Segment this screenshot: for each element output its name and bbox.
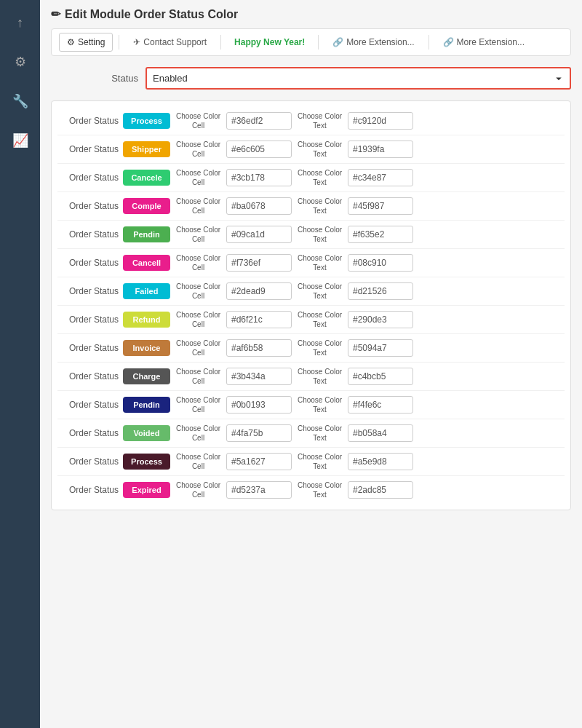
chart-icon[interactable]: 📈	[8, 128, 33, 153]
text-color-input[interactable]	[348, 254, 413, 272]
status-badge: Cancell	[123, 255, 170, 271]
table-row: Order Status Voided Choose Color Cell Ch…	[57, 419, 565, 448]
setting-icon: ⚙	[67, 37, 75, 47]
status-badge: Process	[123, 454, 170, 470]
tab-holiday[interactable]: Happy New Year!	[227, 33, 312, 51]
tab-separator-3	[318, 35, 319, 50]
main-content: ✏ Edit Module Order Status Color ⚙ Setti…	[40, 0, 582, 728]
order-status-label: Order Status	[60, 400, 119, 410]
choose-color-cell-btn[interactable]: Choose Color Cell	[175, 367, 222, 386]
table-row: Order Status Process Choose Color Cell C…	[57, 448, 565, 476]
table-row: Order Status Process Choose Color Cell C…	[57, 107, 565, 135]
cell-color-input[interactable]	[226, 396, 292, 414]
choose-color-cell-btn[interactable]: Choose Color Cell	[175, 282, 222, 301]
choose-color-text-btn[interactable]: Choose Color Text	[296, 310, 343, 329]
choose-color-text-btn[interactable]: Choose Color Text	[296, 168, 343, 187]
text-color-input[interactable]	[348, 112, 413, 130]
table-row: Order Status Expired Choose Color Cell C…	[57, 476, 565, 504]
status-badge: Refund	[123, 312, 170, 328]
text-color-input[interactable]	[348, 141, 413, 158]
cell-color-input[interactable]	[226, 141, 292, 158]
tab-more-ext-2[interactable]: 🔗 More Extension...	[435, 33, 533, 52]
text-color-input[interactable]	[348, 368, 413, 385]
choose-color-cell-btn[interactable]: Choose Color Cell	[175, 424, 222, 443]
status-badge: Process	[123, 113, 170, 129]
tab-separator-4	[428, 35, 429, 50]
gear-icon[interactable]: ⚙	[10, 50, 31, 74]
sidebar: ↑ ⚙ 🔧 📈	[0, 0, 40, 728]
cell-color-input[interactable]	[226, 226, 292, 243]
choose-color-cell-btn[interactable]: Choose Color Cell	[175, 140, 222, 159]
table-row: Order Status Shipper Choose Color Cell C…	[57, 135, 565, 164]
choose-color-cell-btn[interactable]: Choose Color Cell	[175, 225, 222, 244]
cell-color-input[interactable]	[226, 197, 292, 215]
order-status-label: Order Status	[60, 343, 119, 353]
cell-color-input[interactable]	[226, 169, 292, 186]
choose-color-text-btn[interactable]: Choose Color Text	[296, 452, 343, 471]
text-color-input[interactable]	[348, 396, 413, 414]
order-status-label: Order Status	[60, 286, 119, 296]
table-row: Order Status Refund Choose Color Cell Ch…	[57, 306, 565, 334]
order-status-label: Order Status	[60, 456, 119, 467]
text-color-input[interactable]	[348, 197, 413, 215]
text-color-input[interactable]	[348, 226, 413, 243]
tab-more-ext-1[interactable]: 🔗 More Extension...	[324, 33, 422, 52]
cell-color-input[interactable]	[226, 368, 292, 385]
tab-setting[interactable]: ⚙ Setting	[59, 33, 113, 52]
cell-color-input[interactable]	[226, 424, 292, 442]
choose-color-cell-btn[interactable]: Choose Color Cell	[175, 168, 222, 187]
status-badge: Pendin	[123, 397, 170, 413]
choose-color-text-btn[interactable]: Choose Color Text	[296, 253, 343, 272]
choose-color-cell-btn[interactable]: Choose Color Cell	[175, 310, 222, 329]
tab-separator-2	[220, 35, 221, 50]
choose-color-cell-btn[interactable]: Choose Color Cell	[175, 395, 222, 414]
edit-icon: ✏	[51, 7, 60, 21]
choose-color-text-btn[interactable]: Choose Color Text	[296, 225, 343, 244]
choose-color-cell-btn[interactable]: Choose Color Cell	[175, 197, 222, 215]
table-row: Order Status Cancell Choose Color Cell C…	[57, 249, 565, 277]
choose-color-text-btn[interactable]: Choose Color Text	[296, 282, 343, 301]
cell-color-input[interactable]	[226, 311, 292, 328]
status-badge: Comple	[123, 198, 170, 214]
choose-color-cell-btn[interactable]: Choose Color Cell	[175, 253, 222, 272]
tab-separator	[119, 35, 119, 50]
table-row: Order Status Pendin Choose Color Cell Ch…	[57, 221, 565, 249]
status-row: Status Enabled Disabled	[51, 67, 571, 90]
order-status-label: Order Status	[60, 371, 119, 381]
tab-contact-support[interactable]: ✈ Contact Support	[125, 33, 215, 52]
choose-color-cell-btn[interactable]: Choose Color Cell	[175, 339, 222, 357]
cell-color-input[interactable]	[226, 481, 292, 499]
order-rows-container: Order Status Process Choose Color Cell C…	[51, 100, 571, 510]
text-color-input[interactable]	[348, 169, 413, 186]
cell-color-input[interactable]	[226, 254, 292, 272]
wrench-icon[interactable]: 🔧	[8, 89, 33, 114]
choose-color-text-btn[interactable]: Choose Color Text	[296, 197, 343, 215]
choose-color-cell-btn[interactable]: Choose Color Cell	[175, 452, 222, 471]
cell-color-input[interactable]	[226, 112, 292, 130]
cell-color-input[interactable]	[226, 282, 292, 300]
choose-color-text-btn[interactable]: Choose Color Text	[296, 395, 343, 414]
order-status-label: Order Status	[60, 428, 119, 438]
choose-color-text-btn[interactable]: Choose Color Text	[296, 480, 343, 499]
text-color-input[interactable]	[348, 311, 413, 328]
choose-color-cell-btn[interactable]: Choose Color Cell	[175, 111, 222, 130]
choose-color-text-btn[interactable]: Choose Color Text	[296, 111, 343, 130]
choose-color-text-btn[interactable]: Choose Color Text	[296, 367, 343, 386]
choose-color-cell-btn[interactable]: Choose Color Cell	[175, 480, 222, 499]
share-icon[interactable]: ↑	[12, 11, 28, 35]
text-color-input[interactable]	[348, 339, 413, 357]
order-status-label: Order Status	[60, 229, 119, 240]
status-badge: Cancele	[123, 170, 170, 186]
text-color-input[interactable]	[348, 424, 413, 442]
cell-color-input[interactable]	[226, 453, 292, 470]
cell-color-input[interactable]	[226, 339, 292, 357]
text-color-input[interactable]	[348, 481, 413, 499]
choose-color-text-btn[interactable]: Choose Color Text	[296, 424, 343, 443]
text-color-input[interactable]	[348, 453, 413, 470]
choose-color-text-btn[interactable]: Choose Color Text	[296, 339, 343, 357]
choose-color-text-btn[interactable]: Choose Color Text	[296, 140, 343, 159]
status-select[interactable]: Enabled Disabled	[146, 67, 571, 90]
text-color-input[interactable]	[348, 282, 413, 300]
support-icon: ✈	[133, 37, 140, 47]
status-badge: Invoice	[123, 340, 170, 356]
